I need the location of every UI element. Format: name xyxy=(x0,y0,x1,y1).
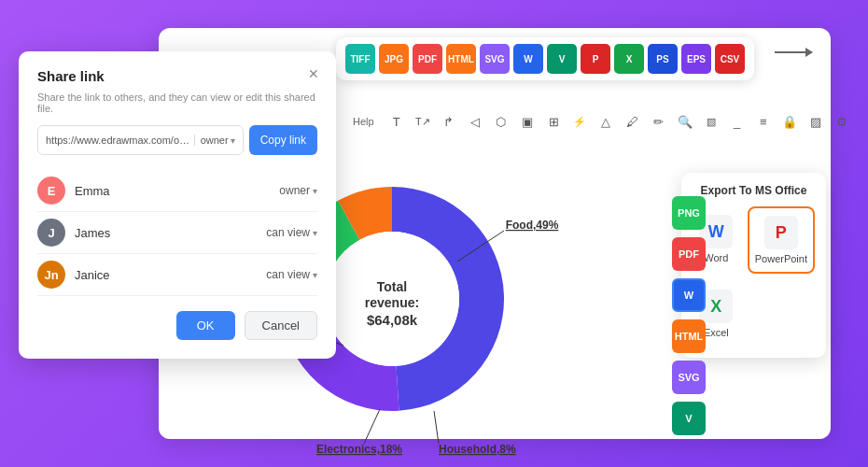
user-role-dropdown[interactable]: owner ▾ xyxy=(279,184,317,197)
tool-bolt-icon[interactable]: ⚡ xyxy=(570,111,589,132)
user-name: James xyxy=(75,226,266,240)
format-icon-ps[interactable]: PS xyxy=(648,44,678,74)
avatar: J xyxy=(37,219,65,247)
avatar: Jn xyxy=(37,261,65,289)
dialog-actions: OK Cancel xyxy=(37,311,317,340)
format-icon-tiff[interactable]: TIFF xyxy=(345,44,375,74)
svg-text:revenue:: revenue: xyxy=(365,295,419,310)
format-icon-csv[interactable]: CSV xyxy=(715,44,745,74)
format-icon-pdf[interactable]: PDF xyxy=(413,44,442,74)
tool-zoom-icon[interactable]: 🔍 xyxy=(675,111,693,132)
svg-line-11 xyxy=(434,411,439,444)
help-toolbar: Help T T↗ ↱ ◁ ⬡ ▣ ⊞ ⚡ △ 🖊 ✏ 🔍 ▧ _ ≡ 🔒 ▨ … xyxy=(345,107,859,135)
chevron-down-icon: ▾ xyxy=(313,270,317,280)
side-icon-html2[interactable]: HTML xyxy=(672,319,706,353)
user-row: EEmmaowner ▾ xyxy=(37,170,317,212)
copy-link-button[interactable]: Copy link xyxy=(249,125,317,155)
svg-text:Household,8%: Household,8% xyxy=(439,443,516,456)
share-dialog: Share link ✕ Share the link to others, a… xyxy=(19,51,336,359)
svg-text:Food,49%: Food,49% xyxy=(506,219,559,232)
side-icon-word2[interactable]: W xyxy=(672,278,706,312)
export-title: Export To MS Office xyxy=(693,184,815,197)
tool-table-icon[interactable]: ⊞ xyxy=(544,111,563,132)
tool-text-icon[interactable]: T xyxy=(387,111,406,132)
user-row: JnJanicecan view ▾ xyxy=(37,254,317,296)
users-list: EEmmaowner ▾JJamescan view ▾JnJanicecan … xyxy=(37,170,317,296)
format-icon-word[interactable]: W xyxy=(513,44,543,74)
user-name: Janice xyxy=(75,268,266,282)
tool-underline-icon[interactable]: _ xyxy=(728,111,747,132)
side-icon-png[interactable]: PNG xyxy=(672,196,706,230)
tool-grid-icon[interactable]: ▣ xyxy=(518,111,537,132)
user-role-dropdown[interactable]: can view ▾ xyxy=(266,268,317,281)
avatar: E xyxy=(37,177,65,205)
left-side-icons: PNGPDFWHTMLSVGV xyxy=(672,196,706,435)
dialog-close[interactable]: ✕ xyxy=(304,64,323,83)
user-role-dropdown[interactable]: can view ▾ xyxy=(266,226,317,239)
tool-gear-icon[interactable]: ⚙ xyxy=(833,111,851,132)
tool-arrow-icon[interactable]: T↗ xyxy=(413,111,432,132)
tool-list-icon[interactable]: ≡ xyxy=(754,111,773,132)
cancel-button[interactable]: Cancel xyxy=(245,311,317,340)
tool-layer-icon[interactable]: ▧ xyxy=(702,111,721,132)
svg-text:Electronics,18%: Electronics,18% xyxy=(316,443,402,456)
tool-tri-icon[interactable]: △ xyxy=(596,111,615,132)
tool-corner-icon[interactable]: ↱ xyxy=(440,111,458,132)
export-icon-powerpoint: P xyxy=(764,216,798,249)
svg-text:Total: Total xyxy=(377,279,407,294)
svg-line-9 xyxy=(364,409,380,444)
chevron-down-icon: ▾ xyxy=(313,228,317,238)
format-icon-excel[interactable]: X xyxy=(614,44,644,74)
arrow-indicator xyxy=(775,51,812,53)
chevron-down-icon: ▾ xyxy=(313,186,317,196)
dialog-title: Share link xyxy=(37,68,317,84)
link-input[interactable]: https://www.edrawmax.com/online/fil owne… xyxy=(37,125,244,155)
tool-fill-icon[interactable]: 🖊 xyxy=(623,111,641,132)
link-url: https://www.edrawmax.com/online/fil xyxy=(46,134,190,146)
format-icon-visio[interactable]: V xyxy=(547,44,577,74)
format-icon-jpg[interactable]: JPG xyxy=(379,44,409,74)
side-icon-svg2[interactable]: SVG xyxy=(672,361,706,394)
export-label-word: Word xyxy=(704,252,728,263)
ok-button[interactable]: OK xyxy=(176,311,235,340)
tool-pen-icon[interactable]: ✏ xyxy=(649,111,667,132)
user-row: JJamescan view ▾ xyxy=(37,212,317,254)
dialog-description: Share the link to others, and they can v… xyxy=(37,92,317,114)
tool-grid2-icon[interactable]: ▨ xyxy=(806,111,825,132)
link-role[interactable]: owner ▾ xyxy=(194,134,235,146)
chevron-down-icon: ▾ xyxy=(231,135,235,146)
svg-text:$64,08k: $64,08k xyxy=(367,312,418,328)
export-grid: WWordPPowerPointXExcel xyxy=(693,206,815,347)
export-item-powerpoint[interactable]: PPowerPoint xyxy=(748,206,815,274)
user-name: Emma xyxy=(75,184,279,198)
format-icon-html[interactable]: HTML xyxy=(446,44,476,74)
format-icon-ppt[interactable]: P xyxy=(581,44,610,74)
link-row: https://www.edrawmax.com/online/fil owne… xyxy=(37,125,317,155)
tool-hex-icon[interactable]: ⬡ xyxy=(492,111,511,132)
format-toolbar: TIFFJPGPDFHTMLSVGWVPXPSEPSCSV xyxy=(336,37,754,80)
tool-lock-icon[interactable]: 🔒 xyxy=(780,111,799,132)
tool-shape-icon[interactable]: ◁ xyxy=(466,111,484,132)
export-label-excel: Excel xyxy=(704,327,729,338)
format-icon-svg[interactable]: SVG xyxy=(480,44,510,74)
format-icon-eps[interactable]: EPS xyxy=(681,44,711,74)
side-icon-pdf2[interactable]: PDF xyxy=(672,237,706,271)
export-label-powerpoint: PowerPoint xyxy=(755,253,807,264)
help-label: Help xyxy=(353,116,374,127)
side-icon-v[interactable]: V xyxy=(672,402,706,435)
